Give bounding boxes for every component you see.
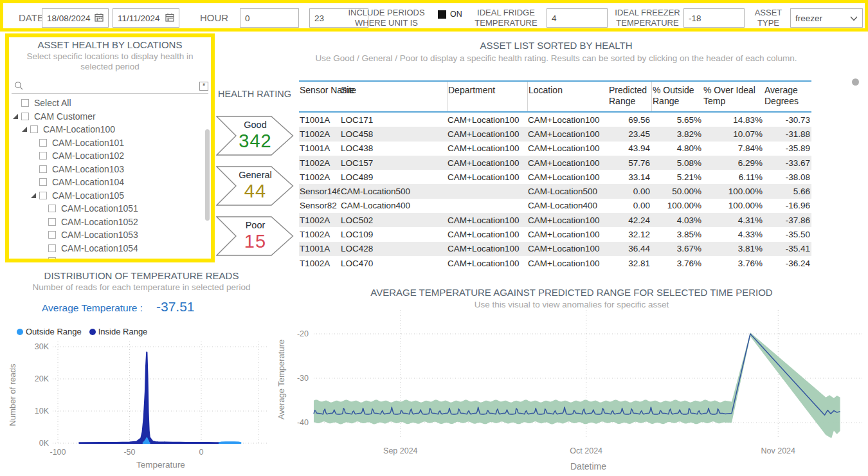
checkbox[interactable] (48, 218, 56, 226)
tree-item-cam-location103[interactable]: CAM-Location103 (9, 163, 203, 176)
svg-text:Sep 2024: Sep 2024 (383, 446, 418, 455)
cell: CAM+Location100 (447, 230, 527, 239)
checkbox[interactable] (39, 178, 47, 186)
health-label: Poor (231, 220, 279, 230)
cell: CAM+Location100 (527, 143, 608, 153)
tree-scrollbar-thumb[interactable] (205, 129, 210, 221)
cell: T1002A (299, 215, 340, 225)
checkbox[interactable] (48, 244, 56, 252)
cell: -30.73 (764, 115, 811, 125)
checkbox[interactable] (48, 257, 56, 259)
checkbox[interactable] (39, 192, 47, 199)
health-filter-poor[interactable]: Poor15 (216, 216, 294, 256)
tree-item-label: CAM-Location1053 (61, 230, 138, 240)
ideal-fridge-label: IDEAL FRIDGE TEMPERATURE (471, 8, 541, 28)
svg-text:Temperature: Temperature (136, 460, 185, 470)
table-row[interactable]: T1001ALOC171CAM+Location100CAM+Location1… (299, 113, 811, 127)
date-to-input[interactable]: 11/11/2024 (113, 8, 179, 28)
health-filter-good[interactable]: Good342 (216, 116, 294, 156)
tree-item-cam-location102[interactable]: CAM-Location102 (9, 149, 203, 163)
tree-item-cam-location104[interactable]: CAM-Location104 (9, 176, 203, 189)
cell: 42.24 (608, 215, 651, 225)
column-header-sensor-name[interactable]: Sensor Name (299, 82, 340, 111)
table-row[interactable]: T1002ALOC109CAM+Location100CAM+Location1… (299, 227, 811, 241)
column-header-site[interactable]: Site (340, 82, 447, 111)
calendar-icon[interactable] (165, 13, 174, 24)
table-row[interactable]: Sensor82CAM-Location400CAM-Location4000.… (299, 199, 811, 213)
checkbox[interactable] (30, 125, 38, 133)
health-filter-general[interactable]: General44 (216, 166, 294, 206)
column-header--over-ideal-temp[interactable]: % Over Ideal Temp (703, 82, 764, 111)
tree-item-cam-location1052[interactable]: CAM-Location1052 (9, 215, 203, 229)
checkbox[interactable] (39, 152, 47, 160)
tree-item-cam-location100[interactable]: CAM-Location100 (9, 123, 203, 136)
distribution-subtitle: Number of reads for each temperature in … (6, 282, 276, 293)
checkbox[interactable] (21, 99, 29, 107)
table-row[interactable]: T1002ALOC489CAM+Location100CAM+Location1… (299, 170, 811, 184)
cell: CAM+Location100 (527, 230, 608, 239)
table-row[interactable]: T1002ALOC502CAM+Location100CAM+Location1… (299, 213, 811, 227)
svg-text:-20: -20 (297, 329, 309, 338)
table-row[interactable]: T1001ALOC428CAM+Location100CAM+Location1… (299, 242, 811, 256)
cell: 5.21% (651, 172, 703, 182)
tree-item-select-all[interactable]: Select All (9, 96, 203, 110)
tree-item-cam-location101[interactable]: CAM-Location101 (9, 136, 203, 150)
checkbox[interactable] (39, 165, 47, 173)
cell: 100.00% (703, 187, 764, 196)
cell: 57.76 (608, 158, 651, 168)
asset-type-dropdown[interactable]: freezer (790, 8, 863, 28)
tree-item-cam-location1051[interactable]: CAM-Location1051 (9, 202, 203, 215)
expand-triangle-icon[interactable] (13, 114, 18, 119)
ideal-fridge-input[interactable]: 4 (547, 8, 608, 28)
calendar-icon[interactable] (95, 13, 104, 24)
tree-item-label: CAM-Location102 (52, 151, 124, 161)
avg-temp-panel: -20-30-40Sep 2024Oct 2024Nov 2024Datetim… (276, 283, 867, 476)
cell: CAM+Location100 (447, 172, 527, 182)
cell: CAM+Location100 (527, 129, 608, 139)
cell: 14.83% (703, 115, 764, 125)
cell: -35.50 (764, 230, 811, 239)
asset-table-header: Sensor NameSiteDepartmentLocationPredict… (299, 80, 811, 113)
table-row[interactable]: T1002ALOC470CAM+Location100CAM+Location1… (299, 256, 811, 270)
cell: 7.84% (703, 143, 764, 153)
location-search-input[interactable]: * (12, 78, 208, 94)
table-row[interactable]: Sensor146CAM-Location500CAM-Location5000… (299, 184, 811, 198)
column-header--outside-range[interactable]: % Outside Range (651, 82, 703, 111)
svg-text:Oct 2024: Oct 2024 (570, 446, 602, 455)
health-label: Good (231, 120, 279, 130)
checkbox[interactable] (48, 205, 56, 212)
tree-item-cam-location1054[interactable]: CAM-Location1054 (9, 242, 203, 255)
table-row[interactable]: T1001ALOC438CAM+Location100CAM+Location1… (299, 142, 811, 156)
table-row[interactable]: T1002ALOC157CAM+Location100CAM+Location1… (299, 156, 811, 170)
asset-table-body: T1001ALOC171CAM+Location100CAM+Location1… (299, 113, 811, 270)
tree-item-cam-customer[interactable]: CAM Customer (9, 110, 203, 124)
expand-triangle-icon[interactable] (22, 127, 27, 132)
avg-temp-chart: -20-30-40Sep 2024Oct 2024Nov 2024Datetim… (276, 283, 867, 476)
checkbox[interactable] (21, 113, 29, 120)
ideal-freezer-input[interactable]: -18 (683, 8, 745, 28)
expand-triangle-icon[interactable] (31, 193, 36, 198)
tree-item-cam-location105[interactable]: CAM-Location105 (9, 189, 203, 203)
tree-item-cam-location1053[interactable]: CAM-Location1053 (9, 228, 203, 242)
checkbox[interactable] (39, 139, 47, 147)
column-header-predicted-range[interactable]: Predicted Range (608, 82, 651, 111)
column-header-average-degrees[interactable]: Average Degrees (764, 82, 811, 111)
include-periods-toggle[interactable] (438, 10, 446, 19)
date-from-input[interactable]: 18/08/2024 (42, 8, 109, 28)
health-count: 342 (231, 131, 279, 152)
column-header-location[interactable]: Location (527, 82, 608, 111)
cell: -37.86 (764, 215, 811, 225)
checkbox[interactable] (48, 231, 56, 239)
expand-all-icon[interactable]: * (199, 82, 208, 91)
cell: CAM+Location100 (447, 244, 527, 253)
cell: CAM-Location400 (340, 201, 447, 210)
tree-item-partial[interactable] (9, 255, 203, 259)
table-row[interactable]: T1002ALOC458CAM+Location100CAM+Location1… (299, 127, 811, 141)
column-header-department[interactable]: Department (447, 82, 527, 111)
hour-from-input[interactable]: 0 (240, 8, 299, 28)
svg-text:0: 0 (199, 448, 204, 457)
cell: -38.08 (764, 172, 811, 182)
locations-panel-title: ASSET HEALTH BY LOCATIONS (9, 39, 211, 50)
cell: -33.67 (764, 158, 811, 168)
cell: 32.81 (608, 259, 651, 268)
